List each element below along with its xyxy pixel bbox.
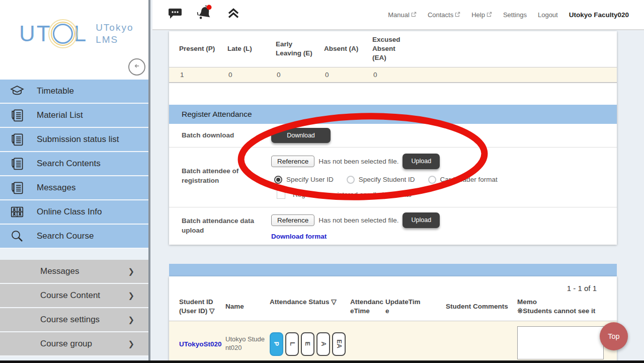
summary-header-early-leaving: Early Leaving (E): [266, 40, 314, 58]
logo-subtitle-line2: LMS: [96, 34, 133, 46]
collapse-sidebar-button[interactable]: [128, 58, 145, 76]
help-link-label: Help: [471, 11, 485, 19]
radio-card-reader-format[interactable]: [428, 176, 436, 184]
sidebar-item-label: Online Class Info: [37, 207, 102, 217]
radio-specify-student-id[interactable]: [347, 176, 355, 184]
collapse-header-icon[interactable]: [227, 8, 240, 22]
clipboard-icon: [10, 108, 25, 123]
topbar: Manual Contacts Help Settings Logout Uto…: [152, 0, 644, 30]
chevron-right-icon: ❯: [128, 339, 134, 348]
sidebar-group-label: Course settings: [40, 315, 100, 325]
sidebar-item-messages[interactable]: Messages: [0, 176, 148, 200]
summary-table-header: Present (P) Late (L) Early Leaving (E) A…: [169, 31, 617, 67]
summary-value-absent: 0: [314, 71, 362, 79]
user-name: Utokyo Faculty020: [569, 11, 629, 19]
sidebar-group-label: Messages: [40, 266, 79, 276]
download-format-link[interactable]: Download format: [271, 233, 327, 240]
status-button-label: EA: [336, 339, 343, 348]
external-link-icon: [411, 11, 417, 19]
radio-specify-user-id[interactable]: [274, 176, 282, 184]
column-header-student-id[interactable]: Student ID (User ID) ▽: [179, 298, 225, 316]
memo-header-label: Memo: [517, 298, 617, 307]
sidebar-group-label: Course group: [40, 339, 92, 349]
manual-link[interactable]: Manual: [388, 11, 417, 19]
status-button-present[interactable]: P: [270, 332, 283, 356]
column-header-update-time: UpdateTime: [385, 298, 422, 316]
sidebar-group-course-content[interactable]: Course Content ❯: [0, 284, 148, 308]
sidebar-item-label: Search Contents: [37, 159, 101, 169]
sidebar-item-timetable[interactable]: Timetable: [0, 80, 148, 104]
student-name: Utokyo Student020: [225, 335, 270, 352]
manual-link-label: Manual: [388, 11, 410, 19]
status-button-label: E: [304, 342, 311, 346]
sidebar-item-material-list[interactable]: Material List: [0, 104, 148, 128]
reference-button[interactable]: Reference: [271, 214, 314, 226]
sidebar-item-submission-status-list[interactable]: Submission status list: [0, 128, 148, 152]
summary-value-early-leaving: 0: [266, 71, 314, 79]
upload-button[interactable]: Upload: [403, 154, 440, 169]
sidebar-item-label: Submission status list: [37, 134, 119, 144]
settings-link[interactable]: Settings: [503, 11, 527, 19]
sidebar-group-course-settings[interactable]: Course settings ❯: [0, 308, 148, 332]
arrow-left-icon: [132, 61, 142, 73]
sort-icon[interactable]: ▽: [209, 307, 214, 315]
main-content: Present (P) Late (L) Early Leaving (E) A…: [152, 31, 644, 360]
help-link[interactable]: Help: [471, 11, 492, 19]
status-button-early-leaving[interactable]: E: [301, 332, 314, 356]
scroll-to-top-button[interactable]: Top: [600, 322, 628, 350]
student-id-header-label: Student ID (User ID): [179, 298, 213, 315]
attendance-status-header-label: Attendance Status: [270, 298, 330, 306]
column-header-attendance-time: AttendanceTime: [350, 298, 385, 316]
attendance-status-card: 1 - 1 of 1 Student ID (User ID) ▽ Name A…: [169, 264, 617, 363]
logo-text-ut: UT: [19, 21, 52, 46]
sidebar-group-label: Course Content: [40, 291, 100, 301]
memo-textarea[interactable]: [517, 326, 604, 359]
column-header-name: Name: [225, 302, 270, 311]
sidebar-item-label: Messages: [37, 183, 75, 193]
sort-icon[interactable]: ▽: [331, 298, 336, 306]
status-button-absent[interactable]: A: [316, 332, 330, 356]
search-icon: [10, 229, 25, 244]
notification-bell-icon[interactable]: [196, 4, 214, 25]
video-grid-icon: [10, 204, 25, 220]
student-id-link[interactable]: UTokyoSt020: [179, 340, 222, 348]
graduation-cap-icon: [10, 84, 25, 99]
sidebar-item-search-contents[interactable]: Search Contents: [0, 152, 148, 176]
sidebar-item-online-class-info[interactable]: Online Class Info: [0, 200, 148, 225]
download-button[interactable]: Download: [271, 128, 331, 143]
logout-link[interactable]: Logout: [538, 11, 558, 19]
sidebar-item-label: Timetable: [37, 86, 74, 96]
attendance-status-buttons: P L E A EA: [270, 332, 350, 356]
reference-button[interactable]: Reference: [271, 156, 314, 167]
sidebar-item-search-course[interactable]: Search Course: [0, 225, 148, 249]
register-unregistered-checkbox[interactable]: [277, 190, 285, 199]
upload-button[interactable]: Upload: [403, 212, 440, 228]
logo-subtitle-line1: UTokyo: [96, 22, 133, 34]
contacts-link-label: Contacts: [428, 11, 453, 19]
column-header-attendance-status[interactable]: Attendance Status ▽: [270, 298, 350, 307]
table-header-bar: [169, 264, 617, 276]
logo-area: UT L UTokyo LMS: [0, 0, 148, 80]
chat-icon[interactable]: [168, 7, 183, 22]
sidebar-item-label: Search Course: [37, 231, 94, 241]
file-status-text: Has not been selected file.: [318, 216, 398, 224]
chevron-right-icon: ❯: [128, 315, 134, 324]
summary-header-excused-absent: Excused Absent (EA): [362, 35, 411, 63]
status-button-late[interactable]: L: [285, 332, 299, 356]
summary-value-late: 0: [217, 71, 266, 79]
register-attendance-title: Register Attendance: [169, 105, 617, 124]
sidebar-group-messages[interactable]: Messages ❯: [0, 260, 148, 284]
table-row: UTokyoSt020 Utokyo Student020 P L E A EA: [169, 321, 617, 363]
sidebar-item-label: Material List: [37, 110, 83, 120]
memo-header-note: ※Students cannot see it: [517, 307, 617, 316]
status-button-excused-absent[interactable]: EA: [332, 332, 346, 356]
logo-o-rings: [53, 24, 73, 44]
status-button-label: L: [288, 342, 295, 346]
chevron-right-icon: ❯: [128, 267, 134, 276]
chevron-right-icon: ❯: [128, 291, 134, 300]
status-button-label: P: [273, 342, 280, 346]
clipboard-icon: [10, 156, 25, 171]
batch-attendance-upload-label: Batch attendance data upload: [169, 216, 271, 235]
sidebar-group-course-group[interactable]: Course group ❯: [0, 332, 148, 356]
contacts-link[interactable]: Contacts: [428, 11, 460, 19]
